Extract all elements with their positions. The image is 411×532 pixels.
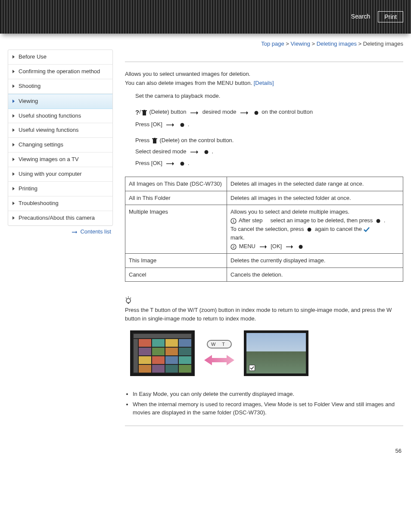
contents-list-link[interactable]: Contents list: [80, 228, 111, 235]
svg-marker-20: [172, 162, 174, 165]
table-row: All Images on This Date (DSC-W730)Delete…: [125, 177, 403, 191]
checkmark-icon: [364, 225, 370, 234]
table-row: This ImageDeletes the currently displaye…: [125, 254, 403, 268]
sidebar-item-viewing[interactable]: Viewing: [8, 94, 112, 109]
step-delete-sequence-1: ?/ (Delete) button desired mode on the c…: [135, 106, 403, 131]
step-delete-sequence-2: Press (Delete) on the control button. Se…: [135, 135, 403, 169]
svg-marker-6: [196, 111, 198, 115]
arrow-right-icon: [240, 107, 248, 118]
svg-point-24: [377, 219, 380, 223]
table-row: All in This FolderDeletes all images in …: [125, 191, 403, 205]
svg-marker-17: [196, 150, 198, 154]
wt-zoom-button-icon: W T: [207, 340, 232, 348]
single-view-icon: [244, 330, 308, 376]
page-number: 56: [125, 439, 403, 454]
help-icon: ?: [135, 109, 139, 116]
svg-point-21: [181, 162, 184, 165]
notes-list: In Easy Mode, you can only delete the cu…: [133, 390, 403, 417]
list-item: When the internal memory is used to reco…: [133, 400, 403, 417]
dot-icon: [180, 119, 184, 131]
svg-marker-1: [76, 231, 77, 233]
svg-point-18: [204, 150, 208, 154]
double-arrow-icon: [204, 354, 234, 367]
dot-icon: [307, 225, 311, 234]
number-2-icon: 2: [230, 243, 237, 251]
sidebar-item-before-use[interactable]: Before Use: [8, 50, 112, 65]
svg-point-25: [308, 228, 311, 232]
dot-icon: [376, 217, 380, 225]
dot-icon: [204, 146, 209, 158]
arrow-right-icon: [260, 243, 267, 251]
sidebar-item-shooting[interactable]: Shooting: [8, 79, 112, 94]
intro-line-2: You can also delete images from the MENU…: [125, 80, 403, 86]
arrow-right-icon: [286, 243, 293, 251]
svg-point-32: [299, 245, 303, 249]
sidebar-item-using-computer[interactable]: Using with your computer: [8, 167, 112, 182]
table-row: Multiple Images Allows you to select and…: [125, 205, 403, 254]
trash-icon: [152, 135, 157, 146]
svg-rect-4: [143, 110, 145, 111]
arrow-right-icon: [190, 107, 198, 118]
dot-icon: [299, 243, 303, 251]
breadcrumb-current: Deleting images: [363, 40, 403, 47]
svg-rect-34: [128, 302, 129, 304]
breadcrumb: Top page > Viewing > Deleting images > D…: [0, 36, 411, 50]
print-button[interactable]: Print: [378, 11, 403, 22]
breadcrumb-top[interactable]: Top page: [261, 40, 284, 47]
list-item: In Easy Mode, you can only delete the cu…: [133, 390, 403, 398]
hint-text: Press the T button of the W/T (zoom) but…: [125, 306, 403, 323]
breadcrumb-viewing[interactable]: Viewing: [291, 40, 310, 47]
svg-marker-29: [265, 245, 267, 249]
breadcrumb-deleting[interactable]: Deleting images: [317, 40, 357, 47]
number-1-icon: 1: [230, 217, 237, 225]
svg-line-37: [130, 298, 131, 299]
svg-text:1: 1: [232, 219, 234, 223]
intro-line-1: Allows you to select unwanted images for…: [125, 71, 403, 77]
main-content: Allows you to select unwanted images for…: [125, 50, 403, 454]
arrow-right-icon: [190, 146, 198, 158]
sidebar-item-printing[interactable]: Printing: [8, 182, 112, 196]
arrow-right-icon: [166, 119, 174, 131]
svg-rect-15: [154, 138, 156, 139]
sidebar: Before Use Confirming the operation meth…: [8, 50, 113, 226]
svg-rect-2: [143, 111, 146, 115]
details-link[interactable]: [Details]: [254, 80, 274, 86]
header-stripe: Search Print: [0, 0, 411, 34]
sidebar-item-viewing-tv[interactable]: Viewing images on a TV: [8, 152, 112, 167]
dot-icon: [180, 158, 184, 169]
sidebar-item-useful-viewing[interactable]: Useful viewing functions: [8, 123, 112, 138]
svg-text:2: 2: [232, 245, 234, 249]
svg-point-33: [126, 299, 131, 303]
svg-line-36: [126, 298, 127, 299]
svg-marker-31: [291, 245, 293, 249]
zoom-illustration: W T: [130, 327, 311, 380]
arrow-right-icon: [72, 230, 77, 233]
svg-point-9: [254, 111, 258, 115]
svg-marker-8: [246, 111, 248, 115]
svg-point-12: [181, 123, 184, 127]
sidebar-item-troubleshooting[interactable]: Troubleshooting: [8, 196, 112, 211]
options-table: All Images on This Date (DSC-W730)Delete…: [125, 177, 403, 282]
search-button[interactable]: Search: [347, 11, 374, 22]
sidebar-item-precautions[interactable]: Precautions/About this camera: [8, 211, 112, 225]
svg-rect-13: [153, 139, 156, 143]
sidebar-item-changing-settings[interactable]: Changing settings: [8, 138, 112, 152]
hint-icon: [125, 296, 132, 304]
index-view-icon: [130, 330, 195, 376]
checkbox-icon: [249, 365, 255, 371]
table-row: CancelCancels the deletion.: [125, 268, 403, 282]
svg-marker-38: [204, 355, 234, 365]
svg-marker-11: [172, 123, 174, 127]
sidebar-item-confirming[interactable]: Confirming the operation method: [8, 65, 112, 79]
step-playback: Set the camera to playback mode.: [135, 90, 403, 102]
sidebar-item-useful-shooting[interactable]: Useful shooting functions: [8, 109, 112, 124]
dot-icon: [254, 107, 258, 118]
trash-icon: [142, 107, 147, 118]
arrow-right-icon: [166, 158, 174, 169]
